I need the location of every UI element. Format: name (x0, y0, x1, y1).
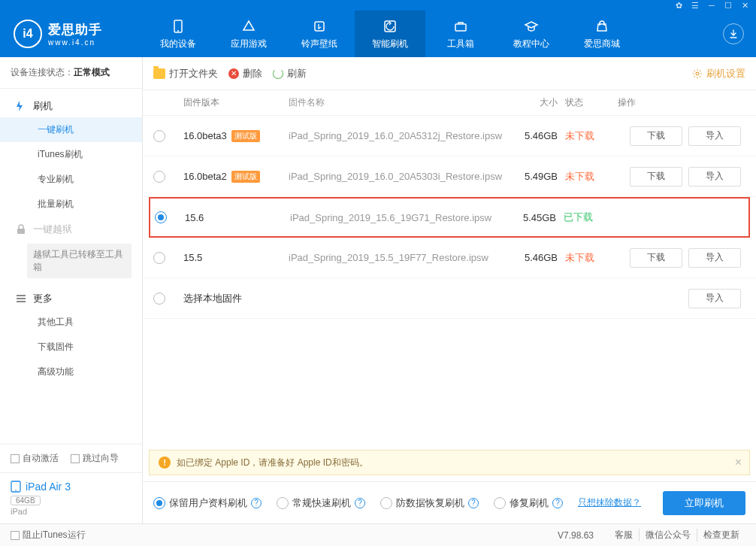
tutorial-icon (523, 18, 540, 35)
footer-link-support[interactable]: 客服 (609, 529, 639, 541)
select-radio[interactable] (153, 171, 165, 183)
svg-rect-4 (455, 24, 466, 31)
gear-icon (692, 68, 703, 79)
help-icon[interactable]: ? (251, 498, 262, 508)
download-button[interactable]: 下载 (630, 248, 682, 268)
firmware-row[interactable]: 15.5iPad_Spring_2019_15.5_19F77_Restore.… (143, 238, 756, 278)
apps-icon (240, 18, 257, 35)
select-radio[interactable] (155, 211, 167, 223)
erase-data-link[interactable]: 只想抹除数据？ (578, 496, 641, 509)
sidebar-item[interactable]: 一键刷机 (0, 117, 142, 142)
firmware-name: iPad_Spring_2019_16.0_20A5303i_Restore.i… (289, 171, 505, 182)
sidebar-item[interactable]: 专业刷机 (0, 167, 142, 192)
sidebar-group-flash[interactable]: 刷机 (0, 93, 142, 117)
flash-icon (382, 18, 398, 35)
nav-flash[interactable]: 智能刷机 (355, 11, 425, 57)
import-button[interactable]: 导入 (688, 126, 741, 146)
svg-rect-8 (17, 301, 26, 302)
app-logo: i4 爱思助手 www.i4.cn (0, 20, 143, 48)
nav-ringtones[interactable]: 铃声壁纸 (284, 11, 355, 57)
help-icon[interactable]: ? (552, 498, 563, 508)
flash-settings-button[interactable]: 刷机设置 (692, 67, 745, 80)
flash-option[interactable]: 修复刷机? (494, 496, 563, 510)
footer-link-wechat[interactable]: 微信公众号 (639, 529, 697, 541)
flash-option[interactable]: 保留用户资料刷机? (153, 496, 262, 510)
flash-icon (15, 100, 27, 112)
download-button[interactable]: 下载 (630, 126, 682, 146)
refresh-icon (273, 68, 283, 79)
sidebar-group-lock[interactable]: 一键越狱 (0, 217, 142, 241)
help-icon[interactable]: ? (468, 498, 479, 508)
warning-icon: ! (159, 457, 171, 469)
device-info: iPad Air 3 64GB iPad (0, 472, 142, 523)
firmware-row[interactable]: 16.0beta3测试版iPad_Spring_2019_16.0_20A531… (143, 116, 756, 156)
download-indicator-icon[interactable] (723, 23, 744, 44)
flash-option[interactable]: 常规快速刷机? (277, 496, 365, 510)
firmware-version: 16.0beta2测试版 (183, 171, 289, 183)
firmware-size: 5.46GB (505, 130, 565, 141)
footer-link-update[interactable]: 检查更新 (697, 529, 745, 541)
firmware-row[interactable]: 选择本地固件导入 (143, 278, 756, 319)
help-icon[interactable]: ? (355, 498, 365, 508)
svg-rect-6 (17, 295, 26, 296)
import-button[interactable]: 导入 (688, 248, 741, 268)
device-name[interactable]: iPad Air 3 (11, 481, 132, 493)
flash-option-bar: 保留用户资料刷机?常规快速刷机?防数据恢复刷机?修复刷机?只想抹除数据？立即刷机 (143, 481, 756, 523)
import-button[interactable]: 导入 (688, 167, 741, 187)
auto-activate-checkbox[interactable]: 自动激活 (11, 452, 59, 465)
sidebar-item[interactable]: 高级功能 (0, 359, 142, 384)
col-name: 固件名称 (289, 96, 505, 109)
radio-icon (153, 497, 165, 509)
select-radio[interactable] (153, 252, 165, 264)
lock-icon (15, 223, 27, 235)
firmware-row[interactable]: 15.6iPad_Spring_2019_15.6_19G71_Restore.… (149, 197, 750, 238)
sidebar-item[interactable]: 下载固件 (0, 335, 142, 359)
select-radio[interactable] (153, 130, 165, 142)
download-button[interactable]: 下载 (630, 167, 682, 187)
list-icon[interactable]: ☰ (690, 0, 700, 11)
close-warning-button[interactable]: × (735, 456, 742, 469)
firmware-status: 已下载 (564, 211, 616, 224)
folder-icon (153, 68, 165, 79)
firmware-name: iPad_Spring_2019_16.0_20A5312j_Restore.i… (289, 130, 505, 141)
radio-icon (380, 497, 392, 509)
minimize-icon[interactable]: ─ (706, 0, 717, 11)
col-status: 状态 (565, 96, 618, 109)
app-version: V7.98.63 (558, 530, 594, 541)
firmware-size: 5.45GB (503, 212, 564, 223)
flash-option[interactable]: 防数据恢复刷机? (380, 496, 479, 510)
sidebar-item[interactable]: 批量刷机 (0, 192, 142, 217)
sidebar-item[interactable]: iTunes刷机 (0, 142, 142, 167)
logo-subtitle: www.i4.cn (48, 38, 102, 47)
settings-icon[interactable]: ✿ (673, 0, 684, 11)
more-icon (15, 293, 27, 305)
nav-tutorial[interactable]: 教程中心 (496, 11, 567, 57)
svg-point-11 (696, 72, 699, 75)
sidebar-group-more[interactable]: 更多 (0, 286, 142, 310)
svg-rect-2 (315, 22, 324, 31)
select-radio[interactable] (153, 293, 165, 305)
firmware-status: 未下载 (565, 170, 618, 184)
firmware-row[interactable]: 16.0beta2测试版iPad_Spring_2019_16.0_20A530… (143, 156, 756, 197)
nav-apps[interactable]: 应用游戏 (213, 11, 284, 57)
maximize-icon[interactable]: ☐ (723, 0, 733, 11)
nav-store[interactable]: 爱思商城 (567, 11, 637, 57)
col-ops: 操作 (618, 96, 745, 109)
block-itunes-checkbox[interactable]: 阻止iTunes运行 (11, 529, 86, 541)
nav-device[interactable]: 我的设备 (143, 11, 213, 57)
flash-now-button[interactable]: 立即刷机 (663, 491, 745, 515)
close-icon[interactable]: ✕ (739, 0, 750, 11)
delete-button[interactable]: ✕删除 (228, 67, 262, 80)
col-version: 固件版本 (183, 96, 289, 109)
sidebar-item[interactable]: 其他工具 (0, 310, 142, 335)
open-folder-button[interactable]: 打开文件夹 (153, 67, 218, 80)
sidebar-note: 越狱工具已转移至工具箱 (27, 244, 132, 278)
firmware-size: 5.49GB (505, 171, 565, 182)
nav-tools[interactable]: 工具箱 (425, 11, 496, 57)
skip-guide-checkbox[interactable]: 跳过向导 (71, 452, 119, 465)
svg-rect-7 (17, 298, 26, 299)
import-button[interactable]: 导入 (688, 289, 741, 308)
beta-badge: 测试版 (231, 130, 260, 142)
svg-point-10 (15, 490, 17, 491)
refresh-button[interactable]: 刷新 (273, 67, 307, 80)
